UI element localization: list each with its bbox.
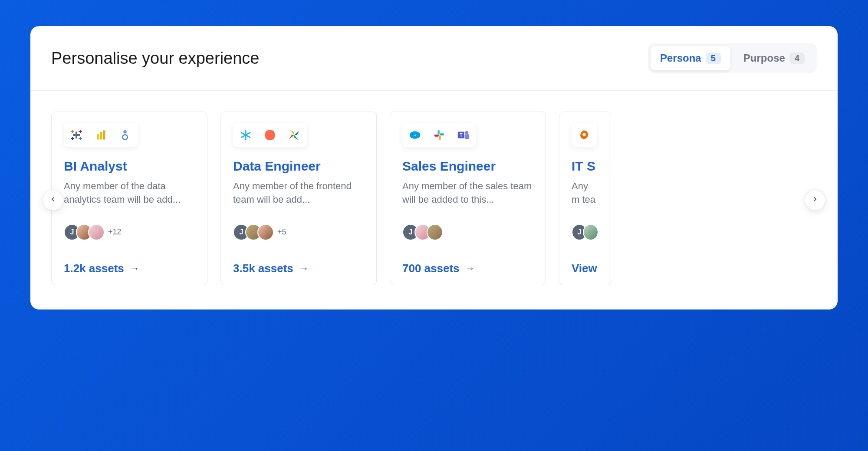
card-title: IT S — [572, 159, 598, 174]
arrow-right-icon: → — [129, 262, 140, 274]
avatar-group: J +5 — [233, 224, 364, 240]
svg-point-18 — [244, 134, 247, 136]
avatar — [257, 224, 274, 240]
svg-rect-23 — [439, 135, 441, 140]
assets-link[interactable]: View — [572, 262, 598, 275]
persona-card-sales-engineer[interactable]: sf T Sales Engineer Any member of the sa… — [390, 112, 546, 285]
svg-rect-28 — [465, 134, 469, 139]
svg-rect-3 — [71, 131, 74, 132]
teams-icon: T — [455, 127, 472, 143]
card-description: Any member of the data analytics team wi… — [64, 180, 195, 207]
svg-point-13 — [124, 131, 126, 133]
tab-label: Purpose — [743, 52, 785, 64]
svg-point-14 — [122, 135, 127, 139]
svg-rect-10 — [97, 134, 99, 139]
dbt-icon — [262, 127, 278, 143]
powerbi-icon — [92, 127, 109, 143]
panel-header: Personalise your experience Persona 5 Pu… — [30, 26, 838, 91]
snowflake-icon — [237, 127, 254, 143]
arrow-right-icon: → — [465, 262, 475, 274]
tool-icon-row — [64, 123, 138, 147]
persona-card-bi-analyst[interactable]: BI Analyst Any member of the data analyt… — [51, 112, 207, 285]
avatar — [583, 224, 598, 240]
svg-rect-11 — [100, 132, 102, 140]
assets-count: 1.2k assets — [64, 262, 124, 275]
assets-link[interactable]: 1.2k assets → — [64, 262, 195, 275]
avatar-group: J +12 — [64, 224, 195, 240]
svg-rect-7 — [71, 138, 74, 139]
card-description: Any member of the sales team will be add… — [402, 180, 533, 207]
airflow-icon — [286, 127, 302, 143]
card-title: Sales Engineer — [402, 159, 533, 174]
tab-count-badge: 4 — [789, 53, 805, 64]
svg-rect-1 — [73, 134, 80, 136]
tab-purpose[interactable]: Purpose 4 — [734, 46, 814, 70]
avatar — [88, 224, 105, 240]
tab-group: Persona 5 Purpose 4 — [648, 43, 817, 73]
assets-count: 3.5k assets — [233, 262, 293, 275]
card-title: BI Analyst — [64, 159, 195, 174]
avatar-overflow-count: +5 — [277, 227, 286, 237]
assets-link[interactable]: 3.5k assets → — [233, 262, 364, 275]
assets-count: 700 assets — [402, 262, 460, 275]
carousel-prev-button[interactable] — [43, 190, 63, 211]
avatar — [427, 224, 443, 240]
tab-persona[interactable]: Persona 5 — [651, 46, 730, 70]
salesforce-icon: sf — [407, 127, 423, 143]
svg-text:T: T — [460, 133, 463, 138]
assets-link[interactable]: 700 assets → — [402, 262, 533, 275]
looker-icon — [117, 127, 133, 143]
svg-rect-12 — [103, 131, 105, 140]
svg-rect-5 — [79, 131, 82, 132]
svg-rect-22 — [440, 133, 444, 135]
arrow-right-icon: → — [299, 262, 309, 274]
grafana-icon — [576, 127, 592, 143]
card-description: Any m tea — [572, 180, 598, 207]
svg-rect-9 — [79, 138, 82, 139]
tool-icon-row: sf T — [402, 123, 476, 147]
card-description: Any member of the frontend team will be … — [233, 180, 364, 207]
svg-rect-24 — [434, 135, 439, 137]
svg-point-27 — [465, 131, 469, 135]
svg-rect-21 — [437, 130, 440, 135]
carousel-next-button[interactable] — [805, 190, 825, 211]
slack-icon — [431, 127, 447, 143]
avatar-group: J — [402, 224, 533, 240]
persona-card-data-engineer[interactable]: Data Engineer Any member of the frontend… — [220, 112, 377, 285]
persona-carousel: BI Analyst Any member of the data analyt… — [30, 91, 838, 309]
tool-icon-row — [572, 123, 597, 147]
page-title: Personalise your experience — [51, 49, 260, 68]
persona-card-it-specialist[interactable]: IT S Any m tea J View — [559, 112, 611, 285]
avatar-group: J — [572, 224, 598, 240]
tool-icon-row — [233, 123, 307, 147]
chevron-right-icon — [812, 195, 819, 205]
assets-count: View — [572, 262, 597, 275]
tab-count-badge: 5 — [706, 53, 721, 64]
chevron-left-icon — [49, 195, 56, 205]
svg-text:sf: sf — [414, 134, 416, 137]
card-title: Data Engineer — [233, 159, 364, 174]
tab-label: Persona — [660, 52, 701, 64]
avatar-overflow-count: +12 — [108, 227, 122, 237]
personalise-panel: Personalise your experience Persona 5 Pu… — [30, 26, 838, 309]
tableau-icon — [68, 127, 85, 143]
